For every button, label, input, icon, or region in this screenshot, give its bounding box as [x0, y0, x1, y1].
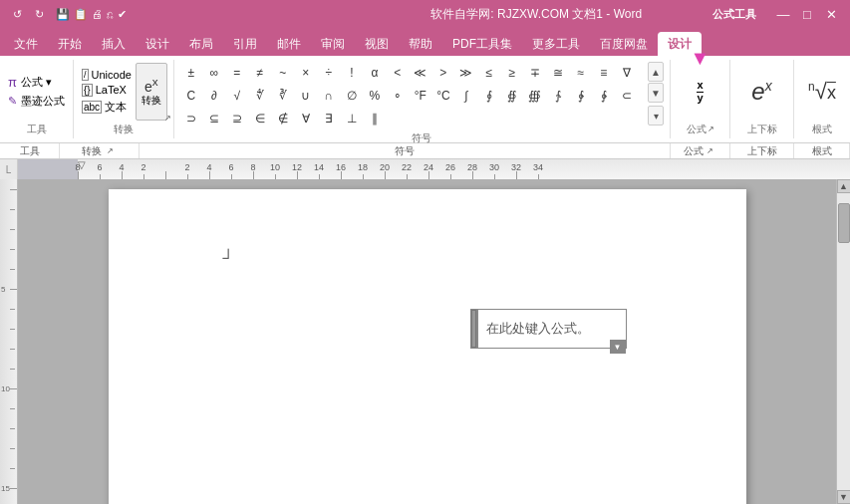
- ink-equation-button[interactable]: ✎ 墨迹公式: [6, 93, 67, 110]
- scroll-thumb[interactable]: [838, 203, 850, 243]
- symbol-button[interactable]: ≪: [410, 62, 431, 84]
- equation-placeholder[interactable]: 在此处键入公式。: [486, 320, 590, 338]
- symbol-button[interactable]: °F: [410, 85, 431, 107]
- symbol-button[interactable]: ≠: [249, 62, 271, 84]
- ruler-tick: [78, 171, 79, 179]
- tab-review[interactable]: 审阅: [311, 32, 355, 56]
- convert-section-expand[interactable]: ↗: [104, 144, 118, 158]
- symbol-button[interactable]: ∉: [272, 108, 294, 129]
- symbol-button[interactable]: ⊇: [226, 108, 248, 129]
- symbol-button[interactable]: ≡: [593, 62, 615, 84]
- tab-design1[interactable]: 设计: [136, 32, 179, 56]
- equation-handle-bottom[interactable]: ▼: [610, 340, 626, 354]
- quick-access[interactable]: 📋: [74, 8, 88, 21]
- undo-button[interactable]: ↺: [8, 5, 26, 23]
- tab-insert[interactable]: 插入: [92, 32, 136, 56]
- tab-view[interactable]: 视图: [355, 32, 399, 56]
- text-button[interactable]: abc 文本: [80, 99, 134, 116]
- symbol-button[interactable]: ∜: [249, 85, 271, 107]
- ruler-tick: [341, 171, 342, 179]
- symbol-button[interactable]: ≤: [478, 62, 500, 84]
- symbol-button[interactable]: ⊃: [180, 108, 202, 129]
- symbol-button[interactable]: ≥: [501, 62, 523, 84]
- symbol-button[interactable]: ~: [272, 62, 294, 84]
- close-button[interactable]: ✕: [820, 3, 842, 25]
- tab-mail[interactable]: 邮件: [267, 32, 311, 56]
- symbol-button[interactable]: >: [432, 62, 454, 84]
- symbol-button[interactable]: ∱: [547, 85, 569, 107]
- symbol-button[interactable]: ⊥: [341, 108, 363, 129]
- convert-button[interactable]: ex 转换: [136, 63, 167, 121]
- symbols-scroll-more[interactable]: ▾: [648, 106, 664, 126]
- tab-home[interactable]: 开始: [48, 32, 92, 56]
- symbol-button[interactable]: ≫: [455, 62, 477, 84]
- symbol-button[interactable]: ∇: [616, 62, 638, 84]
- symbol-button[interactable]: ∘: [387, 85, 409, 107]
- symbol-button[interactable]: ∰: [524, 85, 546, 107]
- symbol-button[interactable]: !: [341, 62, 363, 84]
- symbol-button[interactable]: ∫: [455, 85, 477, 107]
- unicode-button[interactable]: / Unicode: [80, 68, 134, 82]
- symbol-button[interactable]: ∓: [524, 62, 546, 84]
- quick-access4[interactable]: ✔: [118, 8, 127, 21]
- symbol-button[interactable]: ∯: [501, 85, 523, 107]
- save-button[interactable]: 💾: [56, 8, 70, 21]
- symbol-button[interactable]: ∲: [570, 85, 592, 107]
- symbol-button[interactable]: ∮: [478, 85, 500, 107]
- convert-expand-icon[interactable]: ↗: [164, 114, 171, 123]
- radical-button[interactable]: n√x: [806, 77, 838, 107]
- tab-file[interactable]: 文件: [4, 32, 48, 56]
- restore-button[interactable]: □: [796, 3, 818, 25]
- equation-box[interactable]: 在此处键入公式。 ▼: [477, 309, 627, 349]
- symbol-button[interactable]: ∩: [318, 85, 340, 107]
- ruler-indent-marker[interactable]: ▽: [78, 159, 86, 170]
- symbol-button[interactable]: ⊆: [203, 108, 225, 129]
- minimize-button[interactable]: —: [772, 3, 794, 25]
- tab-layout[interactable]: 布局: [179, 32, 223, 56]
- symbol-button[interactable]: ∪: [295, 85, 317, 107]
- symbol-button[interactable]: ∥: [364, 108, 386, 129]
- superscript-button[interactable]: ex: [749, 76, 773, 108]
- equation-handle-left[interactable]: [471, 310, 476, 348]
- document-canvas[interactable]: ┘ 在此处键入公式。 ▼: [18, 179, 836, 504]
- symbols-scroll-up[interactable]: ▲: [648, 62, 664, 82]
- scroll-down-button[interactable]: ▼: [837, 490, 851, 504]
- quick-access2[interactable]: 🖨: [92, 8, 103, 20]
- symbol-button[interactable]: ∃: [318, 108, 340, 129]
- latex-button[interactable]: {} LaTeX: [80, 83, 134, 98]
- symbol-button[interactable]: <: [387, 62, 409, 84]
- symbol-button[interactable]: °C: [432, 85, 454, 107]
- fraction-button[interactable]: x y: [692, 77, 708, 107]
- symbol-button[interactable]: ⊂: [616, 85, 638, 107]
- symbol-button[interactable]: =: [226, 62, 248, 84]
- tab-reference[interactable]: 引用: [223, 32, 267, 56]
- symbols-scroll-down[interactable]: ▼: [648, 83, 664, 103]
- redo-button[interactable]: ↻: [30, 5, 48, 23]
- symbol-button[interactable]: ∀: [295, 108, 317, 129]
- symbol-button[interactable]: С: [180, 85, 202, 107]
- symbol-button[interactable]: ÷: [318, 62, 340, 84]
- symbol-button[interactable]: ∛: [272, 85, 294, 107]
- symbol-button[interactable]: ∈: [249, 108, 271, 129]
- tab-baidu[interactable]: 百度网盘: [590, 32, 658, 56]
- symbol-button[interactable]: √: [226, 85, 248, 107]
- tab-more-tools[interactable]: 更多工具: [522, 32, 590, 56]
- scroll-up-button[interactable]: ▲: [837, 179, 851, 193]
- tab-pdf[interactable]: PDF工具集: [442, 32, 522, 56]
- quick-access3[interactable]: ⎌: [107, 8, 114, 20]
- fraction-expand-icon[interactable]: ↗: [708, 125, 714, 133]
- tab-help[interactable]: 帮助: [399, 32, 442, 56]
- symbol-button[interactable]: ×: [295, 62, 317, 84]
- formula-button[interactable]: π 公式 ▾: [6, 74, 67, 91]
- symbol-button[interactable]: ∳: [593, 85, 615, 107]
- symbol-button[interactable]: ∞: [203, 62, 225, 84]
- symbol-button[interactable]: ∅: [341, 85, 363, 107]
- symbol-button[interactable]: ≈: [570, 62, 592, 84]
- symbol-button[interactable]: ±: [180, 62, 202, 84]
- formula-section-expand[interactable]: ↗: [704, 144, 717, 158]
- symbol-button[interactable]: ∂: [203, 85, 225, 107]
- symbol-button[interactable]: %: [364, 85, 386, 107]
- ruler-corner[interactable]: L: [0, 159, 18, 179]
- symbol-button[interactable]: ≅: [547, 62, 569, 84]
- symbol-button[interactable]: α: [364, 62, 386, 84]
